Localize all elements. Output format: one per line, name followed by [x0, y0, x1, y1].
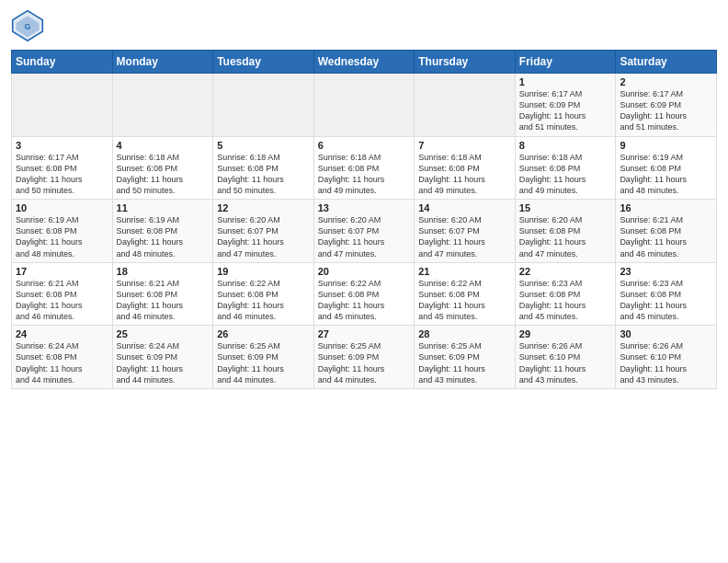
calendar-cell: 29Sunrise: 6:26 AM Sunset: 6:10 PM Dayli… — [515, 326, 616, 389]
day-number: 9 — [620, 140, 712, 151]
calendar-cell: 24Sunrise: 6:24 AM Sunset: 6:08 PM Dayli… — [12, 326, 113, 389]
calendar-cell — [12, 74, 113, 137]
day-info: Sunrise: 6:23 AM Sunset: 6:08 PM Dayligh… — [620, 278, 712, 323]
day-info: Sunrise: 6:23 AM Sunset: 6:08 PM Dayligh… — [519, 278, 612, 323]
calendar-cell — [112, 74, 213, 137]
day-number: 25 — [117, 328, 210, 339]
day-info: Sunrise: 6:24 AM Sunset: 6:09 PM Dayligh… — [117, 340, 210, 385]
day-number: 4 — [117, 140, 210, 151]
calendar-cell: 3Sunrise: 6:17 AM Sunset: 6:08 PM Daylig… — [12, 136, 113, 200]
day-info: Sunrise: 6:18 AM Sunset: 6:08 PM Dayligh… — [318, 152, 411, 197]
calendar-cell: 21Sunrise: 6:22 AM Sunset: 6:08 PM Dayli… — [415, 262, 516, 326]
weekday-header-wednesday: Wednesday — [313, 51, 415, 74]
svg-text:G: G — [24, 22, 30, 31]
calendar-cell: 4Sunrise: 6:18 AM Sunset: 6:08 PM Daylig… — [112, 136, 213, 200]
day-info: Sunrise: 6:17 AM Sunset: 6:09 PM Dayligh… — [620, 88, 712, 133]
weekday-header-row: SundayMondayTuesdayWednesdayThursdayFrid… — [12, 51, 717, 74]
calendar-cell: 6Sunrise: 6:18 AM Sunset: 6:08 PM Daylig… — [313, 136, 415, 200]
calendar-cell: 19Sunrise: 6:22 AM Sunset: 6:08 PM Dayli… — [213, 262, 314, 326]
calendar-cell: 22Sunrise: 6:23 AM Sunset: 6:08 PM Dayli… — [515, 262, 616, 326]
day-info: Sunrise: 6:25 AM Sunset: 6:09 PM Dayligh… — [318, 340, 411, 385]
calendar-cell: 11Sunrise: 6:19 AM Sunset: 6:08 PM Dayli… — [112, 200, 213, 263]
header: G — [11, 9, 717, 42]
calendar-cell: 28Sunrise: 6:25 AM Sunset: 6:09 PM Dayli… — [415, 326, 516, 389]
day-info: Sunrise: 6:22 AM Sunset: 6:08 PM Dayligh… — [418, 278, 511, 323]
day-number: 16 — [620, 202, 712, 213]
calendar-cell: 15Sunrise: 6:20 AM Sunset: 6:08 PM Dayli… — [515, 200, 616, 263]
day-number: 29 — [519, 328, 612, 339]
page: G SundayMondayTuesdayWednesdayThursdayFr… — [0, 0, 728, 398]
day-info: Sunrise: 6:21 AM Sunset: 6:08 PM Dayligh… — [620, 214, 712, 259]
weekday-header-monday: Monday — [112, 51, 213, 74]
logo-icon: G — [11, 9, 44, 42]
day-info: Sunrise: 6:22 AM Sunset: 6:08 PM Dayligh… — [318, 278, 411, 323]
day-info: Sunrise: 6:18 AM Sunset: 6:08 PM Dayligh… — [117, 152, 210, 197]
calendar-cell: 14Sunrise: 6:20 AM Sunset: 6:07 PM Dayli… — [415, 200, 516, 263]
day-number: 3 — [16, 140, 108, 151]
day-number: 28 — [418, 328, 511, 339]
day-info: Sunrise: 6:25 AM Sunset: 6:09 PM Dayligh… — [418, 340, 511, 385]
day-info: Sunrise: 6:19 AM Sunset: 6:08 PM Dayligh… — [117, 214, 210, 259]
weekday-header-friday: Friday — [515, 51, 616, 74]
day-info: Sunrise: 6:18 AM Sunset: 6:08 PM Dayligh… — [217, 152, 310, 197]
day-number: 13 — [318, 202, 411, 213]
day-info: Sunrise: 6:22 AM Sunset: 6:08 PM Dayligh… — [217, 278, 310, 323]
calendar-cell: 23Sunrise: 6:23 AM Sunset: 6:08 PM Dayli… — [616, 262, 717, 326]
calendar-week-3: 10Sunrise: 6:19 AM Sunset: 6:08 PM Dayli… — [12, 200, 717, 263]
day-number: 10 — [16, 202, 108, 213]
day-number: 14 — [418, 202, 511, 213]
calendar-cell: 17Sunrise: 6:21 AM Sunset: 6:08 PM Dayli… — [12, 262, 113, 326]
day-number: 11 — [117, 202, 210, 213]
day-number: 1 — [519, 76, 612, 87]
calendar-week-2: 3Sunrise: 6:17 AM Sunset: 6:08 PM Daylig… — [12, 136, 717, 200]
calendar-cell: 1Sunrise: 6:17 AM Sunset: 6:09 PM Daylig… — [515, 74, 616, 137]
day-info: Sunrise: 6:26 AM Sunset: 6:10 PM Dayligh… — [519, 340, 612, 385]
day-number: 2 — [620, 76, 712, 87]
calendar-cell: 5Sunrise: 6:18 AM Sunset: 6:08 PM Daylig… — [213, 136, 314, 200]
calendar-cell: 10Sunrise: 6:19 AM Sunset: 6:08 PM Dayli… — [12, 200, 113, 263]
calendar-cell: 25Sunrise: 6:24 AM Sunset: 6:09 PM Dayli… — [112, 326, 213, 389]
weekday-header-saturday: Saturday — [616, 51, 717, 74]
day-info: Sunrise: 6:25 AM Sunset: 6:09 PM Dayligh… — [217, 340, 310, 385]
calendar-cell — [213, 74, 314, 137]
day-number: 20 — [318, 266, 411, 277]
day-number: 24 — [16, 328, 108, 339]
weekday-header-sunday: Sunday — [12, 51, 113, 74]
day-info: Sunrise: 6:19 AM Sunset: 6:08 PM Dayligh… — [16, 214, 108, 259]
day-info: Sunrise: 6:21 AM Sunset: 6:08 PM Dayligh… — [117, 278, 210, 323]
day-number: 5 — [217, 140, 310, 151]
weekday-header-tuesday: Tuesday — [213, 51, 314, 74]
day-info: Sunrise: 6:20 AM Sunset: 6:07 PM Dayligh… — [217, 214, 310, 259]
day-number: 22 — [519, 266, 612, 277]
day-info: Sunrise: 6:26 AM Sunset: 6:10 PM Dayligh… — [620, 340, 712, 385]
calendar-week-1: 1Sunrise: 6:17 AM Sunset: 6:09 PM Daylig… — [12, 74, 717, 137]
day-info: Sunrise: 6:20 AM Sunset: 6:07 PM Dayligh… — [418, 214, 511, 259]
weekday-header-thursday: Thursday — [415, 51, 516, 74]
calendar-cell: 30Sunrise: 6:26 AM Sunset: 6:10 PM Dayli… — [616, 326, 717, 389]
day-number: 18 — [117, 266, 210, 277]
day-number: 15 — [519, 202, 612, 213]
day-number: 23 — [620, 266, 712, 277]
day-number: 17 — [16, 266, 108, 277]
day-info: Sunrise: 6:18 AM Sunset: 6:08 PM Dayligh… — [418, 152, 511, 197]
day-number: 19 — [217, 266, 310, 277]
day-info: Sunrise: 6:21 AM Sunset: 6:08 PM Dayligh… — [16, 278, 108, 323]
calendar-cell: 18Sunrise: 6:21 AM Sunset: 6:08 PM Dayli… — [112, 262, 213, 326]
day-number: 12 — [217, 202, 310, 213]
calendar-cell — [313, 74, 415, 137]
day-number: 7 — [418, 140, 511, 151]
day-info: Sunrise: 6:17 AM Sunset: 6:09 PM Dayligh… — [519, 88, 612, 133]
calendar-cell: 7Sunrise: 6:18 AM Sunset: 6:08 PM Daylig… — [415, 136, 516, 200]
calendar-cell: 27Sunrise: 6:25 AM Sunset: 6:09 PM Dayli… — [313, 326, 415, 389]
day-info: Sunrise: 6:19 AM Sunset: 6:08 PM Dayligh… — [620, 152, 712, 197]
day-info: Sunrise: 6:20 AM Sunset: 6:07 PM Dayligh… — [318, 214, 411, 259]
calendar-cell: 2Sunrise: 6:17 AM Sunset: 6:09 PM Daylig… — [616, 74, 717, 137]
calendar-cell — [415, 74, 516, 137]
calendar-cell: 8Sunrise: 6:18 AM Sunset: 6:08 PM Daylig… — [515, 136, 616, 200]
calendar-cell: 26Sunrise: 6:25 AM Sunset: 6:09 PM Dayli… — [213, 326, 314, 389]
calendar-cell: 9Sunrise: 6:19 AM Sunset: 6:08 PM Daylig… — [616, 136, 717, 200]
calendar-cell: 13Sunrise: 6:20 AM Sunset: 6:07 PM Dayli… — [313, 200, 415, 263]
logo: G — [11, 9, 48, 42]
calendar-table: SundayMondayTuesdayWednesdayThursdayFrid… — [11, 50, 717, 389]
day-number: 8 — [519, 140, 612, 151]
